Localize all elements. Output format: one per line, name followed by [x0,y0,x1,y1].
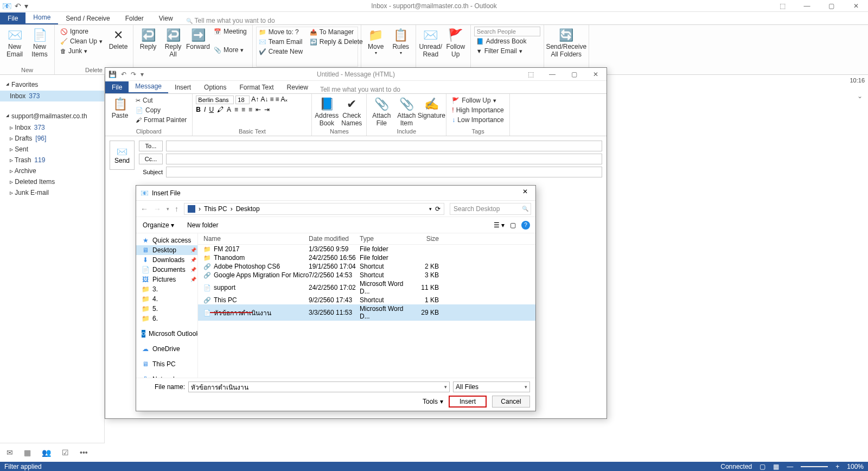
followup-button[interactable]: 🚩Follow Up [444,27,467,58]
msg-tab-insert[interactable]: Insert [168,81,197,93]
cc-button[interactable]: Cc... [139,154,163,164]
new-email-button[interactable]: ✉️New Email [3,27,26,58]
tab-send-receive[interactable]: Send / Receive [58,12,117,24]
to-input[interactable] [166,141,602,151]
rules-button[interactable]: 📋Rules▾ [390,27,412,55]
font-select[interactable]: Berlin Sans [196,96,234,104]
file-name-input[interactable]: หัวข้อการดำเนินงาน [188,381,450,392]
msg-undo-icon[interactable]: ↶ [121,71,126,78]
qat-more-icon[interactable]: ▾ [24,2,28,10]
cancel-button[interactable]: Cancel [492,396,530,408]
status-view-normal-icon[interactable]: ▢ [760,463,765,470]
copy-button[interactable]: 📄 Copy [133,105,189,115]
organize-button[interactable]: Organize ▾ [143,221,174,229]
favorites-inbox[interactable]: Inbox 373 [0,91,104,101]
folder-item[interactable]: ▹ Drafts[96] [0,133,104,144]
nav-calendar-icon[interactable]: ▦ [24,448,31,457]
zoom-out-icon[interactable]: — [787,463,793,470]
breadcrumb[interactable]: › This PC › Desktop ▾ ⟳ [184,203,444,215]
nav-back-icon[interactable]: ← [141,205,148,213]
help-icon[interactable]: ? [521,221,530,230]
underline-icon[interactable]: U [209,106,214,113]
insert-button[interactable]: Insert [449,396,487,408]
align-center-icon[interactable]: ≡ [241,106,245,113]
file-row[interactable]: 🔗Adobe Photoshop CS6 19/1/2560 17:04 Sho… [198,262,535,271]
qs-moveto[interactable]: 📁 Move to: ? [257,27,308,37]
sidebar-item[interactable]: ☁OneDrive [136,344,197,354]
format-painter-button[interactable]: 🖌 Format Painter [133,115,189,125]
account-header[interactable]: support@mailmaster.co.th [0,110,104,122]
zoom-in-icon[interactable]: + [835,463,839,470]
msg-tell-me[interactable]: Tell me what you want to do [320,86,400,93]
favorites-header[interactable]: Favorites [0,79,104,91]
nav-tasks-icon[interactable]: ☑ [62,448,69,457]
signature-btn[interactable]: ✍️Signature [420,96,443,119]
file-row[interactable]: 📁FM 2017 1/3/2560 9:59 File folder [198,245,535,253]
close-icon[interactable]: ✕ [844,0,868,12]
sidebar-item[interactable]: 📁4. [136,294,197,304]
filter-email-button[interactable]: ▼ Filter Email▾ [474,46,540,56]
view-mode-icon[interactable]: ☰ ▾ [494,221,505,229]
file-type-filter[interactable]: All Files [453,381,530,392]
breadcrumb-pc[interactable]: This PC [204,205,227,213]
new-mail-icon[interactable]: 📧 [2,2,11,10]
sidebar-item[interactable]: ⬇Downloads📌 [136,255,197,265]
sidebar-item[interactable]: OMicrosoft Outlook [136,329,197,339]
reply-all-button[interactable]: ↩️Reply All [162,27,184,58]
italic-icon[interactable]: I [204,106,206,113]
paste-button[interactable]: 📋Paste [108,96,131,119]
tab-view[interactable]: View [151,12,181,24]
folder-item[interactable]: ▹ Junk E-mail [0,187,104,198]
qs-to-manager[interactable]: 📤 To Manager [308,27,359,37]
folder-item[interactable]: ▹ Sent [0,144,104,155]
folder-item[interactable]: ▹ Inbox373 [0,122,104,133]
tab-home[interactable]: Home [25,11,58,24]
msg-tab-format[interactable]: Format Text [233,81,280,93]
minimize-icon[interactable]: — [795,0,819,12]
forward-button[interactable]: ➡️Forward [187,27,209,50]
sidebar-item[interactable]: 🖼Pictures📌 [136,275,197,284]
file-row[interactable]: 🔗Google Apps Migration For Microsoft Ou.… [198,271,535,279]
cc-input[interactable] [166,154,602,164]
breadcrumb-dropdown-icon[interactable]: ▾ [429,206,432,212]
grow-font-icon[interactable]: A↑ [251,96,259,104]
nav-recent-icon[interactable]: ▾ [167,206,169,212]
sidebar-item[interactable]: 📁5. [136,304,197,314]
breadcrumb-refresh-icon[interactable]: ⟳ [435,205,441,213]
reply-button[interactable]: ↩️Reply [137,27,159,50]
tab-folder[interactable]: Folder [118,12,151,24]
tools-button[interactable]: Tools ▾ [423,398,443,405]
subject-input[interactable] [166,167,602,177]
sidebar-item[interactable]: 📁3. [136,284,197,294]
folder-item[interactable]: ▹ Deleted Items [0,176,104,187]
sidebar-item[interactable]: ★Quick access [136,236,197,245]
send-button[interactable]: ✉️ Send [110,141,135,170]
msg-close-icon[interactable]: ✕ [585,68,607,81]
search-people-input[interactable]: Search People [474,27,540,36]
tab-file[interactable]: File [0,12,25,24]
qs-team-email[interactable]: ✉️ Team Email [257,37,308,47]
dialog-close-icon[interactable]: ✕ [517,188,533,195]
file-row[interactable]: 📄support 24/2/2560 17:02 Microsoft Word … [198,279,535,296]
move-button[interactable]: 📁Move▾ [365,27,387,55]
highlight-icon[interactable]: 🖍 [217,106,224,113]
folder-item[interactable]: ▹ Archive [0,166,104,176]
attach-item-btn[interactable]: 📎Attach Item [395,96,418,127]
dialog-search-input[interactable]: Search Desktop [450,203,531,215]
align-right-icon[interactable]: ≡ [248,106,252,113]
collapse-ribbon-icon[interactable]: ⌄ [857,92,863,100]
msg-tab-message[interactable]: Message [129,80,168,93]
qat[interactable]: 📧 ↶ ▾ [2,2,28,10]
low-importance-btn[interactable]: ↓ Low Importance [450,115,506,125]
maximize-icon[interactable]: ▢ [819,0,844,12]
file-row[interactable]: 📁Thanodom 24/2/2560 16:56 File folder [198,253,535,262]
bullets-icon[interactable]: ≡ [270,96,273,104]
check-names-btn[interactable]: ✔Check Names [340,96,363,127]
nav-mail-icon[interactable]: ✉ [7,448,13,457]
nav-people-icon[interactable]: 👥 [42,448,51,457]
preview-pane-icon[interactable]: ▢ [510,221,516,229]
sidebar-item[interactable]: 📁6. [136,314,197,323]
address-book-btn[interactable]: 📘Address Book [315,96,338,127]
file-list-header[interactable]: Name Date modified Type Size [198,233,535,245]
bold-icon[interactable]: B [196,106,201,113]
